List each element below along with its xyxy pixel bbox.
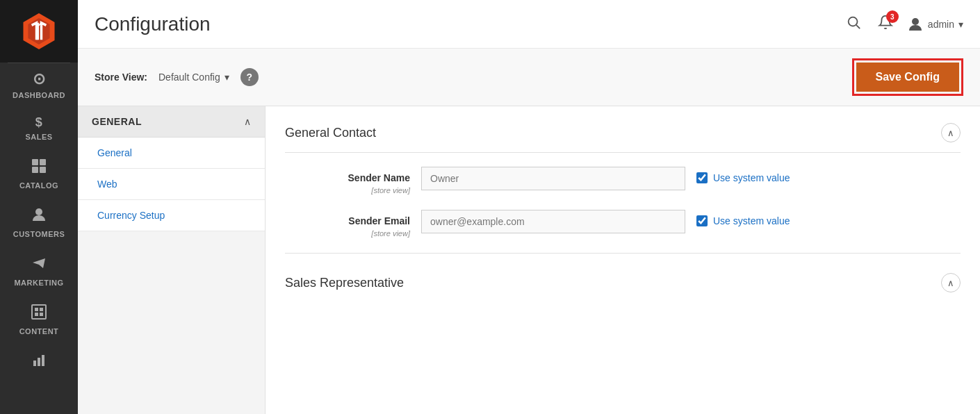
- sender-name-sublabel: [store view]: [371, 186, 410, 194]
- sales-rep-title: Sales Representative: [285, 276, 404, 290]
- svg-rect-5: [40, 167, 46, 173]
- svg-rect-12: [33, 361, 36, 366]
- sidebar-item-marketing[interactable]: MARKETING: [0, 247, 78, 295]
- sales-rep-collapse-button[interactable]: ∧: [941, 273, 961, 292]
- svg-rect-14: [42, 355, 44, 366]
- general-contact-section-header: General Contact ∧: [285, 123, 961, 153]
- sidebar-logo: [0, 0, 78, 63]
- sender-name-system-label: Use system value: [713, 172, 790, 183]
- sidebar-item-reports[interactable]: [0, 344, 78, 384]
- svg-rect-10: [35, 313, 38, 316]
- sender-email-system-value: Use system value: [696, 210, 790, 226]
- save-config-button[interactable]: Save Config: [856, 63, 959, 92]
- general-contact-collapse-button[interactable]: ∧: [941, 123, 961, 142]
- user-avatar-icon: [907, 16, 924, 33]
- sidebar-item-label: CONTENT: [19, 327, 59, 336]
- magento-logo-icon: [21, 13, 57, 49]
- svg-point-6: [35, 208, 42, 215]
- nav-section-title: GENERAL: [92, 116, 142, 127]
- dashboard-icon: ⊙: [33, 72, 46, 87]
- customers-icon: [31, 206, 47, 226]
- nav-item-general[interactable]: General: [78, 138, 265, 169]
- svg-rect-4: [32, 167, 38, 173]
- section-divider: [285, 253, 961, 254]
- content-icon: [31, 304, 47, 323]
- store-view-value: Default Config: [158, 72, 220, 83]
- store-view-bar: Store View: Default Config ▾ ? Save Conf…: [78, 49, 980, 106]
- sender-email-label-group: Sender Email [store view]: [285, 210, 410, 239]
- svg-rect-2: [32, 159, 38, 165]
- notification-badge: 3: [886, 10, 899, 23]
- sender-name-system-checkbox[interactable]: [696, 172, 708, 183]
- sidebar-item-label: CUSTOMERS: [13, 230, 65, 238]
- top-header: Configuration 3 admin ▾: [78, 0, 980, 49]
- general-contact-title: General Contact: [285, 126, 376, 140]
- sender-name-row: Sender Name [store view] Use system valu…: [285, 167, 961, 196]
- sender-email-label: Sender Email: [285, 215, 410, 226]
- store-view-chevron-icon: ▾: [224, 72, 229, 83]
- search-button[interactable]: [843, 12, 864, 36]
- nav-item-currency-setup[interactable]: Currency Setup: [78, 200, 265, 231]
- save-config-wrapper: Save Config: [852, 58, 963, 96]
- sender-email-input[interactable]: [421, 210, 685, 233]
- help-icon[interactable]: ?: [240, 68, 259, 86]
- svg-rect-13: [38, 358, 40, 366]
- main-panel: General Contact ∧ Sender Name [store vie…: [266, 106, 980, 414]
- sender-name-input[interactable]: [421, 167, 685, 190]
- user-name: admin: [928, 19, 954, 30]
- user-chevron-icon: ▾: [958, 19, 963, 30]
- sidebar-item-catalog[interactable]: CATALOG: [0, 149, 78, 198]
- svg-line-16: [856, 25, 860, 28]
- store-view-select[interactable]: Default Config ▾: [158, 72, 229, 83]
- marketing-icon: [31, 255, 47, 274]
- sender-name-label: Sender Name: [285, 172, 410, 183]
- svg-point-17: [912, 18, 919, 25]
- sidebar-item-content[interactable]: CONTENT: [0, 295, 78, 344]
- sidebar-item-sales[interactable]: $ SALES: [0, 108, 78, 149]
- sales-icon: $: [35, 116, 43, 129]
- store-view-label: Store View:: [95, 72, 147, 83]
- left-nav: GENERAL ∧ General Web Currency Setup: [78, 106, 266, 414]
- svg-rect-11: [40, 313, 43, 316]
- nav-collapse-icon: ∧: [244, 116, 251, 127]
- nav-item-web[interactable]: Web: [78, 169, 265, 200]
- svg-rect-3: [40, 159, 46, 165]
- sales-rep-section-header: Sales Representative ∧: [285, 265, 961, 292]
- sidebar-item-dashboard[interactable]: ⊙ DASHBOARD: [0, 63, 78, 108]
- svg-point-15: [849, 17, 858, 26]
- sender-email-system-label: Use system value: [713, 215, 790, 226]
- page-title: Configuration: [95, 13, 843, 35]
- svg-rect-9: [40, 308, 43, 311]
- sidebar-item-label: DASHBOARD: [13, 91, 65, 99]
- notification-button[interactable]: 3: [875, 12, 896, 36]
- sidebar-item-label: MARKETING: [14, 279, 63, 287]
- catalog-icon: [31, 158, 47, 177]
- svg-rect-8: [35, 308, 38, 311]
- nav-section-general[interactable]: GENERAL ∧: [78, 106, 265, 138]
- search-icon: [846, 15, 861, 30]
- sidebar-item-label: SALES: [25, 133, 52, 141]
- reports-icon: [31, 352, 47, 372]
- sender-name-system-value: Use system value: [696, 167, 790, 183]
- sender-email-sublabel: [store view]: [371, 229, 410, 238]
- sidebar-item-customers[interactable]: CUSTOMERS: [0, 198, 78, 247]
- sender-email-row: Sender Email [store view] Use system val…: [285, 210, 961, 239]
- sidebar: ⊙ DASHBOARD $ SALES CATALOG CUSTOMERS MA…: [0, 0, 78, 414]
- user-menu[interactable]: admin ▾: [907, 16, 963, 33]
- sender-email-system-checkbox[interactable]: [696, 215, 708, 226]
- main-content: Configuration 3 admin ▾ Store View:: [78, 0, 980, 414]
- header-actions: 3 admin ▾: [843, 12, 963, 36]
- content-area: GENERAL ∧ General Web Currency Setup Gen…: [78, 106, 980, 414]
- sidebar-item-label: CATALOG: [19, 181, 58, 190]
- sender-name-label-group: Sender Name [store view]: [285, 167, 410, 196]
- svg-rect-7: [32, 305, 46, 319]
